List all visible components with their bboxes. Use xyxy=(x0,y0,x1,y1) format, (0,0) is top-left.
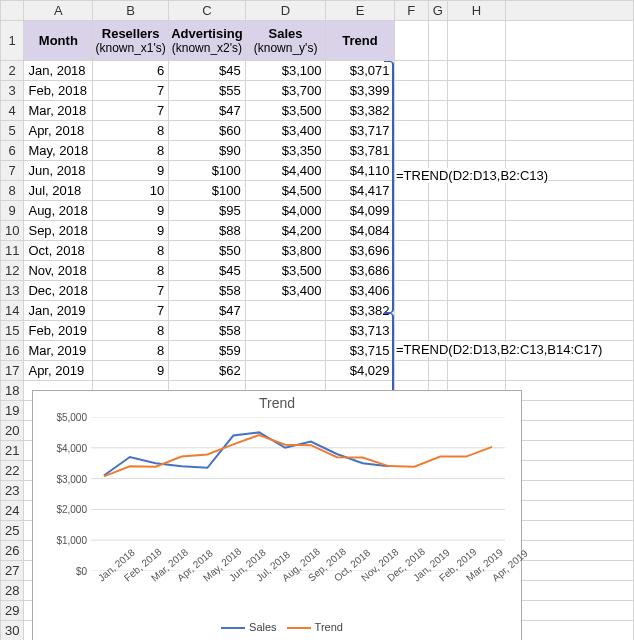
row-header-6[interactable]: 6 xyxy=(1,141,24,161)
row-header-7[interactable]: 7 xyxy=(1,161,24,181)
row-header-27[interactable]: 27 xyxy=(1,561,24,581)
cell-D2[interactable]: $3,100 xyxy=(245,61,326,81)
header-E[interactable]: Trend xyxy=(326,21,394,61)
cell-E14[interactable]: $3,382 xyxy=(326,301,394,321)
cell-B8[interactable]: 10 xyxy=(93,181,169,201)
col-header-C[interactable]: C xyxy=(169,1,246,21)
cell-B17[interactable]: 9 xyxy=(93,361,169,381)
cell-C10[interactable]: $88 xyxy=(169,221,246,241)
cell-B6[interactable]: 8 xyxy=(93,141,169,161)
cell-A12[interactable]: Nov, 2018 xyxy=(24,261,93,281)
cell-B7[interactable]: 9 xyxy=(93,161,169,181)
select-all-corner[interactable] xyxy=(1,1,24,21)
cell-B12[interactable]: 8 xyxy=(93,261,169,281)
row-header-16[interactable]: 16 xyxy=(1,341,24,361)
cell-D12[interactable]: $3,500 xyxy=(245,261,326,281)
row-header-21[interactable]: 21 xyxy=(1,441,24,461)
cell-A3[interactable]: Feb, 2018 xyxy=(24,81,93,101)
cell-A7[interactable]: Jun, 2018 xyxy=(24,161,93,181)
cell-D3[interactable]: $3,700 xyxy=(245,81,326,101)
cell-C15[interactable]: $58 xyxy=(169,321,246,341)
row-header-28[interactable]: 28 xyxy=(1,581,24,601)
cell-C7[interactable]: $100 xyxy=(169,161,246,181)
cell-B13[interactable]: 7 xyxy=(93,281,169,301)
cell-C5[interactable]: $60 xyxy=(169,121,246,141)
row-header-1[interactable]: 1 xyxy=(1,21,24,61)
cell-C13[interactable]: $58 xyxy=(169,281,246,301)
col-header-A[interactable]: A xyxy=(24,1,93,21)
row-header-17[interactable]: 17 xyxy=(1,361,24,381)
header-A[interactable]: Month xyxy=(24,21,93,61)
row-header-25[interactable]: 25 xyxy=(1,521,24,541)
row-header-4[interactable]: 4 xyxy=(1,101,24,121)
row-header-12[interactable]: 12 xyxy=(1,261,24,281)
cell-D7[interactable]: $4,400 xyxy=(245,161,326,181)
cell-D10[interactable]: $4,200 xyxy=(245,221,326,241)
cell-D6[interactable]: $3,350 xyxy=(245,141,326,161)
row-header-26[interactable]: 26 xyxy=(1,541,24,561)
col-header-E[interactable]: E xyxy=(326,1,394,21)
cell-B9[interactable]: 9 xyxy=(93,201,169,221)
cell-A13[interactable]: Dec, 2018 xyxy=(24,281,93,301)
row-header-29[interactable]: 29 xyxy=(1,601,24,621)
col-header-G[interactable]: G xyxy=(428,1,447,21)
cell-E17[interactable]: $4,029 xyxy=(326,361,394,381)
row-header-20[interactable]: 20 xyxy=(1,421,24,441)
cell-C8[interactable]: $100 xyxy=(169,181,246,201)
cell-A6[interactable]: May, 2018 xyxy=(24,141,93,161)
row-header-15[interactable]: 15 xyxy=(1,321,24,341)
cell-A9[interactable]: Aug, 2018 xyxy=(24,201,93,221)
col-header-H[interactable]: H xyxy=(447,1,505,21)
cell-B4[interactable]: 7 xyxy=(93,101,169,121)
cell-D13[interactable]: $3,400 xyxy=(245,281,326,301)
cell-C3[interactable]: $55 xyxy=(169,81,246,101)
cell-B16[interactable]: 8 xyxy=(93,341,169,361)
cell-D5[interactable]: $3,400 xyxy=(245,121,326,141)
col-header-D[interactable]: D xyxy=(245,1,326,21)
cell-C11[interactable]: $50 xyxy=(169,241,246,261)
header-B[interactable]: Resellers(known_x1's) xyxy=(93,21,169,61)
row-header-9[interactable]: 9 xyxy=(1,201,24,221)
row-header-3[interactable]: 3 xyxy=(1,81,24,101)
cell-C2[interactable]: $45 xyxy=(169,61,246,81)
cell-C17[interactable]: $62 xyxy=(169,361,246,381)
row-header-18[interactable]: 18 xyxy=(1,381,24,401)
cell-A8[interactable]: Jul, 2018 xyxy=(24,181,93,201)
cell-D14[interactable] xyxy=(245,301,326,321)
cell-B5[interactable]: 8 xyxy=(93,121,169,141)
cell-B10[interactable]: 9 xyxy=(93,221,169,241)
row-header-13[interactable]: 13 xyxy=(1,281,24,301)
cell-A5[interactable]: Apr, 2018 xyxy=(24,121,93,141)
cell-A10[interactable]: Sep, 2018 xyxy=(24,221,93,241)
cell-E15[interactable]: $3,713 xyxy=(326,321,394,341)
cell-E13[interactable]: $3,406 xyxy=(326,281,394,301)
row-header-30[interactable]: 30 xyxy=(1,621,24,641)
row-header-24[interactable]: 24 xyxy=(1,501,24,521)
cell-C6[interactable]: $90 xyxy=(169,141,246,161)
cell-A16[interactable]: Mar, 2019 xyxy=(24,341,93,361)
cell-B3[interactable]: 7 xyxy=(93,81,169,101)
cell-D8[interactable]: $4,500 xyxy=(245,181,326,201)
row-header-22[interactable]: 22 xyxy=(1,461,24,481)
cell-D15[interactable] xyxy=(245,321,326,341)
cell-E2[interactable]: $3,071 xyxy=(326,61,394,81)
cell-C9[interactable]: $95 xyxy=(169,201,246,221)
cell-C14[interactable]: $47 xyxy=(169,301,246,321)
row-header-11[interactable]: 11 xyxy=(1,241,24,261)
cell-E6[interactable]: $3,781 xyxy=(326,141,394,161)
cell-D17[interactable] xyxy=(245,361,326,381)
header-D[interactable]: Sales(known_y's) xyxy=(245,21,326,61)
row-header-2[interactable]: 2 xyxy=(1,61,24,81)
cell-B14[interactable]: 7 xyxy=(93,301,169,321)
cell-D4[interactable]: $3,500 xyxy=(245,101,326,121)
cell-C4[interactable]: $47 xyxy=(169,101,246,121)
cell-E9[interactable]: $4,099 xyxy=(326,201,394,221)
header-C[interactable]: Advertising(known_x2's) xyxy=(169,21,246,61)
row-header-8[interactable]: 8 xyxy=(1,181,24,201)
cell-E11[interactable]: $3,696 xyxy=(326,241,394,261)
cell-B15[interactable]: 8 xyxy=(93,321,169,341)
row-header-19[interactable]: 19 xyxy=(1,401,24,421)
row-header-5[interactable]: 5 xyxy=(1,121,24,141)
cell-C16[interactable]: $59 xyxy=(169,341,246,361)
cell-E16[interactable]: $3,715 xyxy=(326,341,394,361)
